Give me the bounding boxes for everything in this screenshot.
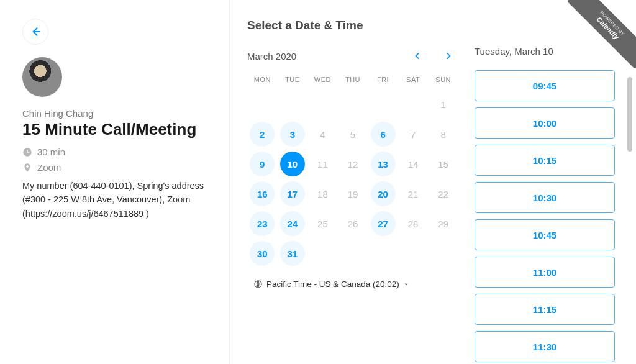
day-number: 17 (280, 181, 305, 206)
scrollbar[interactable] (627, 77, 632, 152)
weekday-label: TUE (278, 76, 308, 83)
day-number: 28 (401, 211, 425, 236)
location-text: Zoom (37, 162, 61, 173)
calendar-day-empty (307, 89, 338, 119)
calendar-day-empty (398, 89, 429, 119)
weekday-label: WED (307, 76, 338, 83)
calendar: March 2020 MONTUEWEDTHUFRISATSUN 1234567… (247, 46, 458, 362)
day-number: 10 (280, 152, 305, 176)
day-number: 21 (401, 181, 425, 206)
location-row: Zoom (22, 162, 211, 173)
day-number: 9 (250, 152, 275, 176)
section-title: Select a Date & Time (247, 19, 619, 32)
day-number: 29 (431, 211, 456, 236)
calendar-day-unavailable: 5 (338, 119, 368, 149)
day-number: 5 (340, 122, 365, 147)
next-month-button[interactable] (438, 46, 458, 66)
day-number: 26 (340, 211, 365, 236)
weekday-label: SUN (428, 76, 458, 83)
day-number: 12 (340, 152, 365, 176)
timeslot-button[interactable]: 10:30 (475, 182, 615, 213)
calendar-day-empty (247, 89, 278, 119)
weekday-label: FRI (368, 76, 398, 83)
day-number: 30 (250, 241, 275, 266)
caret-down-icon (403, 281, 409, 288)
arrow-left-icon (29, 25, 42, 38)
weekday-label: MON (247, 76, 278, 83)
calendar-day-unavailable: 25 (307, 209, 338, 239)
timezone-text: Pacific Time - US & Canada (20:02) (266, 280, 399, 289)
day-number: 18 (310, 181, 335, 206)
timeslot-button[interactable]: 11:00 (475, 257, 615, 288)
calendar-day-available[interactable]: 23 (247, 209, 278, 239)
day-number: 22 (431, 181, 456, 206)
timeslot-button[interactable]: 10:00 (475, 107, 615, 139)
timeslot-button[interactable]: 09:45 (475, 70, 615, 101)
calendar-day-unavailable: 7 (398, 119, 429, 149)
timeslot-button[interactable]: 11:30 (475, 331, 615, 362)
calendar-day-available[interactable]: 16 (247, 179, 278, 209)
timeslot-button[interactable]: 11:15 (475, 294, 615, 325)
calendar-day-available[interactable]: 3 (278, 119, 308, 149)
day-number: 6 (371, 122, 396, 147)
day-number: 31 (280, 241, 305, 266)
day-number: 27 (371, 211, 396, 236)
prev-month-button[interactable] (407, 46, 427, 66)
calendar-day-available[interactable]: 2 (247, 119, 278, 149)
powered-by-ribbon[interactable]: POWERED BY Calendly (568, 0, 636, 68)
timezone-selector[interactable]: Pacific Time - US & Canada (20:02) (253, 280, 458, 289)
day-number: 14 (401, 152, 425, 176)
calendar-day-available[interactable]: 13 (368, 149, 398, 179)
calendar-day-empty (368, 89, 398, 119)
calendar-day-empty (338, 89, 368, 119)
calendar-day-available[interactable]: 31 (278, 239, 308, 268)
day-number: 24 (280, 211, 305, 236)
calendar-day-unavailable: 15 (428, 149, 458, 179)
day-number: 4 (310, 122, 335, 147)
day-number: 11 (310, 152, 335, 176)
calendar-day-unavailable: 28 (398, 209, 429, 239)
day-number: 25 (310, 211, 335, 236)
back-button[interactable] (22, 19, 48, 45)
calendar-day-unavailable: 22 (428, 179, 458, 209)
day-number: 1 (431, 92, 456, 117)
calendar-day-available[interactable]: 20 (368, 179, 398, 209)
timeslot-button[interactable]: 10:45 (475, 219, 615, 250)
clock-icon (22, 147, 32, 157)
calendar-day-unavailable: 21 (398, 179, 429, 209)
calendar-day-empty (338, 239, 368, 268)
day-number: 13 (371, 152, 396, 176)
event-description: My number (604-440-0101), Spring's addre… (22, 179, 211, 221)
weekday-label: SAT (398, 76, 429, 83)
calendar-day-unavailable: 18 (307, 179, 338, 209)
day-number: 2 (250, 122, 275, 147)
calendar-day-available[interactable]: 30 (247, 239, 278, 268)
day-number: 16 (250, 181, 275, 206)
day-number: 23 (250, 211, 275, 236)
timeslot-button[interactable]: 10:15 (475, 145, 615, 176)
calendar-day-unavailable: 12 (338, 149, 368, 179)
calendar-day-available[interactable]: 27 (368, 209, 398, 239)
calendar-day-available[interactable]: 9 (247, 149, 278, 179)
day-number: 7 (401, 122, 425, 147)
host-avatar (22, 57, 62, 97)
duration-row: 30 min (22, 147, 211, 157)
duration-text: 30 min (37, 147, 65, 157)
calendar-day-unavailable: 26 (338, 209, 368, 239)
calendar-day-available[interactable]: 24 (278, 209, 308, 239)
calendar-day-empty (307, 239, 338, 268)
chevron-left-icon (413, 52, 422, 60)
day-number: 8 (431, 122, 456, 147)
day-number: 15 (431, 152, 456, 176)
calendar-day-unavailable: 1 (428, 89, 458, 119)
calendar-day-unavailable: 4 (307, 119, 338, 149)
calendar-day-unavailable: 11 (307, 149, 338, 179)
weekday-label: THU (338, 76, 368, 83)
location-pin-icon (22, 163, 32, 173)
globe-icon (253, 280, 263, 289)
calendar-day-available[interactable]: 10 (278, 149, 308, 179)
day-number: 19 (340, 181, 365, 206)
calendar-day-available[interactable]: 17 (278, 179, 308, 209)
calendar-day-available[interactable]: 6 (368, 119, 398, 149)
calendar-day-empty (278, 89, 308, 119)
